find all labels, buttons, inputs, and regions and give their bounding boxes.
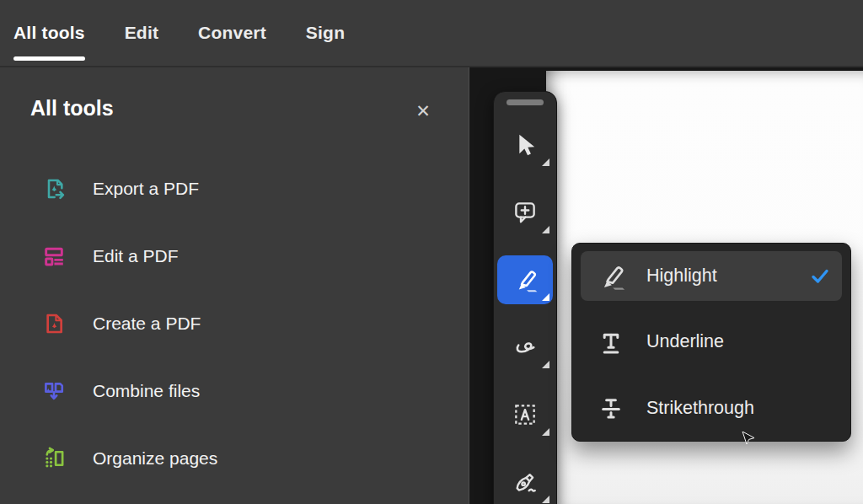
export-pdf-icon: [40, 175, 67, 202]
all-tools-panel: All tools ✕ Export a PDF: [0, 67, 469, 504]
menu-item-strikethrough[interactable]: Strikethrough: [581, 383, 842, 433]
tool-item-label: Create a PDF: [93, 314, 201, 334]
select-tool-button[interactable]: [497, 121, 553, 169]
fountain-pen-icon: [512, 469, 539, 496]
tab-convert[interactable]: Convert: [198, 3, 266, 63]
cursor-arrow-icon: [512, 131, 539, 158]
highlight-flyout-menu: Highlight Underline: [571, 243, 851, 442]
quick-tools-toolbar: [493, 91, 557, 504]
chevron-corner-icon: [542, 293, 549, 301]
tool-item-label: Export a PDF: [93, 179, 199, 199]
edit-pdf-icon: [40, 243, 67, 270]
tab-sign[interactable]: Sign: [306, 3, 345, 63]
toolbar-tools: [494, 121, 556, 504]
lasso-scribble-icon: [512, 334, 539, 361]
menu-item-label: Highlight: [646, 265, 717, 287]
tool-item-organize-pages[interactable]: Organize pages: [0, 425, 469, 492]
tab-sign-label: Sign: [306, 23, 345, 43]
menu-item-underline[interactable]: Underline: [581, 317, 842, 367]
tab-all-tools[interactable]: All tools: [13, 3, 85, 63]
combine-files-icon: [40, 378, 67, 405]
tool-item-create-pdf[interactable]: Create a PDF: [0, 290, 469, 357]
comment-plus-icon: [512, 200, 538, 225]
text-box-icon: [512, 401, 539, 428]
underline-icon: [594, 325, 628, 359]
acrobat-window: All tools Edit Convert Sign All tools ✕: [0, 0, 863, 504]
panel-title: All tools: [30, 96, 114, 121]
add-comment-tool-button[interactable]: [497, 188, 553, 237]
tool-item-label: Combine files: [93, 381, 200, 401]
menu-item-label: Underline: [646, 331, 724, 352]
active-tab-underline: [13, 56, 85, 61]
tool-item-export-pdf[interactable]: Export a PDF: [0, 155, 469, 223]
tool-item-edit-pdf[interactable]: Edit a PDF: [0, 223, 469, 290]
tab-convert-label: Convert: [198, 23, 266, 43]
toolbar-drag-handle[interactable]: [507, 99, 544, 105]
checkmark-icon: [810, 268, 830, 285]
draw-tool-button[interactable]: [497, 323, 553, 372]
tool-item-combine-files[interactable]: Combine files: [0, 357, 469, 425]
chevron-corner-icon: [542, 361, 549, 368]
menu-item-label: Strikethrough: [646, 398, 754, 419]
tool-item-label: Edit a PDF: [93, 246, 179, 266]
organize-pages-icon: [40, 445, 67, 472]
tool-list: Export a PDF Edit a PDF: [0, 155, 469, 492]
add-text-box-tool-button[interactable]: [497, 390, 553, 439]
chevron-corner-icon: [542, 226, 549, 233]
mouse-cursor: [742, 432, 755, 447]
highlight-tool-button[interactable]: [497, 255, 553, 304]
tab-edit-label: Edit: [125, 23, 158, 43]
chevron-corner-icon: [542, 428, 549, 436]
create-pdf-icon: [40, 310, 67, 337]
close-icon: ✕: [415, 101, 431, 121]
strikethrough-icon: [594, 391, 628, 425]
close-panel-button[interactable]: ✕: [411, 99, 435, 123]
highlighter-icon: [594, 260, 628, 293]
chevron-corner-icon: [542, 496, 549, 503]
tool-item-label: Organize pages: [93, 448, 217, 469]
highlighter-icon: [511, 265, 539, 294]
chevron-corner-icon: [542, 158, 549, 166]
top-tab-bar: All tools Edit Convert Sign: [0, 0, 863, 67]
fill-and-sign-tool-button[interactable]: [497, 458, 553, 504]
tab-edit[interactable]: Edit: [125, 3, 158, 63]
tab-all-tools-label: All tools: [13, 23, 85, 43]
menu-item-highlight[interactable]: Highlight: [581, 251, 842, 301]
